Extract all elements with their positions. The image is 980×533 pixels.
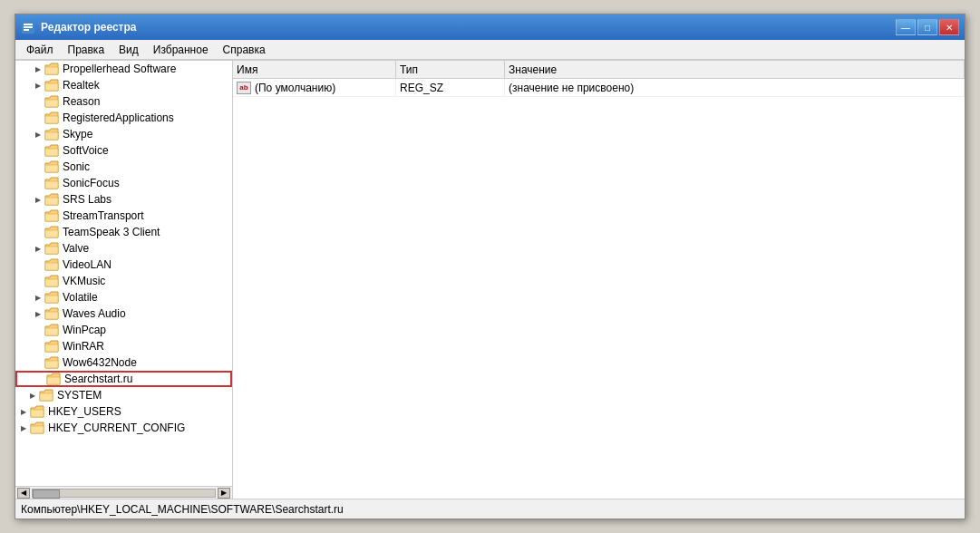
window-title: Редактор реестра	[41, 21, 896, 34]
tree-item-videolan[interactable]: VideoLAN	[15, 257, 232, 273]
hscroll-left-btn[interactable]: ◀	[17, 488, 30, 499]
menu-view[interactable]: Вид	[112, 42, 146, 58]
table-body: ab (По умолчанию) REG_SZ (значение не пр…	[233, 79, 965, 499]
tree-label: StreamTransport	[61, 209, 144, 222]
tree-item-sonic[interactable]: Sonic	[15, 159, 232, 175]
tree-label: SYSTEM	[55, 389, 102, 402]
tree-item-skype[interactable]: ▶ Skype	[15, 126, 232, 142]
folder-icon	[44, 339, 59, 354]
tree-label: Realtek	[61, 79, 100, 92]
tree-label: VKMusic	[61, 275, 105, 287]
svg-rect-2	[24, 26, 33, 28]
tree-item-winrar[interactable]: WinRAR	[15, 338, 232, 354]
expand-arrow	[34, 224, 43, 240]
svg-rect-3	[24, 29, 29, 31]
tree-label: Sonic	[61, 160, 90, 173]
expand-arrow	[34, 93, 43, 110]
folder-icon	[44, 160, 59, 174]
expand-arrow	[34, 322, 43, 338]
cell-name-text: (По умолчанию)	[255, 82, 335, 94]
folder-icon	[44, 176, 59, 190]
menu-file[interactable]: Файл	[19, 42, 61, 58]
tree-item-softvoice[interactable]: SoftVoice	[15, 142, 232, 159]
table-row[interactable]: ab (По умолчанию) REG_SZ (значение не пр…	[233, 79, 965, 97]
expand-arrow: ▶	[34, 126, 43, 142]
tree-label: Reason	[61, 95, 100, 108]
folder-icon	[44, 94, 59, 109]
registry-editor-window: Редактор реестра — □ ✕ Файл Правка Вид И…	[15, 14, 965, 519]
menu-edit[interactable]: Правка	[61, 42, 112, 58]
expand-arrow: ▶	[34, 61, 43, 77]
folder-icon	[44, 257, 59, 272]
tree-label: HKEY_USERS	[46, 405, 121, 418]
main-area: ▶ Propellerhead Software ▶ Realtek	[15, 60, 965, 499]
tree-item-system[interactable]: ▶ SYSTEM	[15, 387, 232, 403]
folder-icon	[44, 225, 59, 239]
close-button[interactable]: ✕	[939, 19, 959, 35]
tree-item-vkmusic[interactable]: VKMusic	[15, 273, 232, 289]
expand-arrow: ▶	[19, 420, 28, 436]
tree-item-valve[interactable]: ▶ Valve	[15, 240, 232, 257]
tree-item-reason[interactable]: Reason	[15, 93, 232, 110]
tree-item-wavesaudio[interactable]: ▶ Waves Audio	[15, 305, 232, 322]
expand-arrow	[34, 159, 43, 175]
tree-label: HKEY_CURRENT_CONFIG	[46, 422, 185, 434]
registry-values-panel: Имя Тип Значение ab (По умолчанию) REG_S…	[233, 61, 965, 499]
col-header-value: Значение	[505, 61, 965, 78]
folder-icon	[30, 404, 44, 419]
tree-item-streamtransport[interactable]: StreamTransport	[15, 208, 232, 224]
registry-tree[interactable]: ▶ Propellerhead Software ▶ Realtek	[15, 61, 232, 486]
tree-item-realtek[interactable]: ▶ Realtek	[15, 77, 232, 93]
tree-label: SoftVoice	[61, 144, 109, 157]
tree-label: TeamSpeak 3 Client	[61, 226, 160, 238]
tree-item-hkey-current-config[interactable]: ▶ HKEY_CURRENT_CONFIG	[15, 420, 232, 436]
tree-panel: ▶ Propellerhead Software ▶ Realtek	[15, 61, 233, 499]
menu-favorites[interactable]: Избранное	[146, 42, 216, 58]
hscroll-track[interactable]	[32, 489, 216, 498]
menu-help[interactable]: Справка	[216, 42, 273, 58]
tree-item-hkey-users[interactable]: ▶ HKEY_USERS	[15, 403, 232, 420]
tree-item-regapps[interactable]: RegisteredApplications	[15, 110, 232, 126]
hscroll-right-btn[interactable]: ▶	[218, 488, 230, 499]
folder-icon	[44, 355, 59, 370]
expand-arrow	[34, 257, 43, 273]
expand-arrow: ▶	[28, 387, 37, 403]
tree-hscrollbar[interactable]: ◀ ▶	[15, 486, 232, 499]
expand-arrow: ▶	[34, 191, 43, 208]
folder-icon	[44, 143, 59, 158]
tree-label: WinRAR	[61, 340, 104, 353]
tree-item-volatile[interactable]: ▶ Volatile	[15, 289, 232, 305]
expand-arrow	[34, 273, 43, 289]
table-header: Имя Тип Значение	[233, 61, 965, 79]
hscroll-thumb[interactable]	[33, 489, 60, 499]
folder-icon	[44, 306, 59, 321]
tree-item-winpcap[interactable]: WinPcap	[15, 322, 232, 338]
tree-label: VideoLAN	[61, 258, 112, 271]
folder-icon	[30, 421, 44, 435]
folder-icon	[46, 372, 61, 386]
folder-icon	[44, 274, 59, 288]
maximize-button[interactable]: □	[917, 19, 937, 35]
expand-arrow: ▶	[19, 403, 28, 420]
tree-item-searchstart[interactable]: Searchstart.ru	[15, 371, 232, 387]
menu-bar: Файл Правка Вид Избранное Справка	[15, 40, 965, 60]
tree-item-wow64[interactable]: Wow6432Node	[15, 354, 232, 371]
expand-arrow	[35, 371, 44, 387]
tree-label: SonicFocus	[61, 177, 120, 189]
tree-label: Wow6432Node	[61, 356, 137, 369]
tree-label: RegisteredApplications	[61, 111, 174, 124]
folder-icon	[44, 127, 59, 141]
tree-item-teamspeak[interactable]: TeamSpeak 3 Client	[15, 224, 232, 240]
minimize-button[interactable]: —	[896, 19, 916, 35]
folder-icon	[44, 290, 59, 305]
tree-item-sonicfocus[interactable]: SonicFocus	[15, 175, 232, 191]
folder-icon	[44, 323, 59, 337]
expand-arrow	[34, 110, 43, 126]
tree-item-srslabs[interactable]: ▶ SRS Labs	[15, 191, 232, 208]
folder-icon	[39, 388, 53, 402]
tree-item-propellerhead[interactable]: ▶ Propellerhead Software	[15, 61, 232, 77]
tree-label: Propellerhead Software	[61, 63, 176, 75]
cell-name: ab (По умолчанию)	[233, 79, 396, 96]
tree-label: Volatile	[61, 291, 98, 304]
expand-arrow	[34, 354, 43, 371]
